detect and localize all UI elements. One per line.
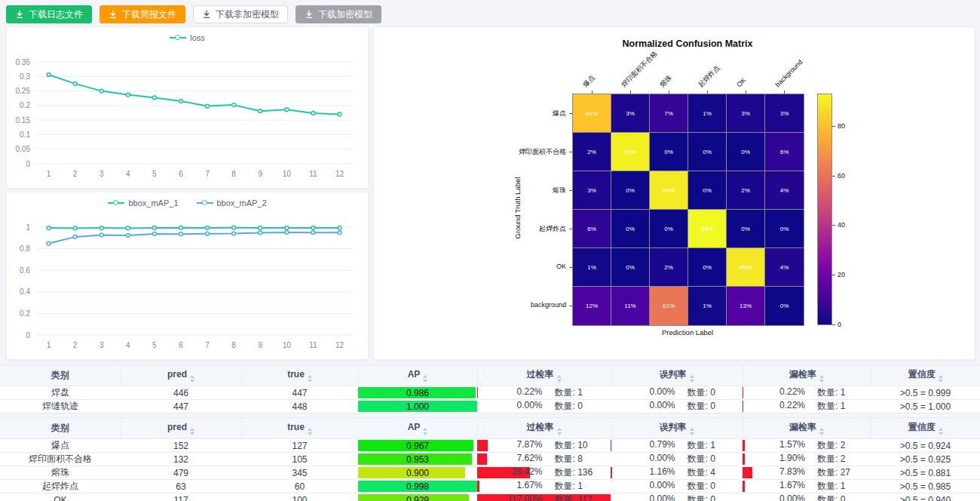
missed-percent: 1.67% [743,480,807,493]
column-header-误判率[interactable]: 误判率 [611,418,743,439]
column-header-label: 漏检率 [789,369,816,380]
confusion-matrix-title: Normalized Confusion Matrix [557,38,818,49]
missed-percent: 0.22% [743,400,807,413]
category-cell: 焊印面积不合格 [0,453,121,466]
ap-cell: 0.929 [358,493,477,501]
column-header-pred[interactable]: pred [121,365,241,386]
download-encrypted-model-button[interactable]: 下载加密模型 [296,5,381,23]
misjudge-count: 数量: 0 [677,453,743,466]
matrix-cell: 3% [573,171,611,210]
download-log-button[interactable]: 下载日志文件 [6,5,92,23]
svg-text:1: 1 [47,341,51,349]
svg-text:4: 4 [126,341,130,349]
sort-icon[interactable] [423,375,427,383]
misjudge-percent: 0.00% [611,480,677,493]
chart-legend: loss [7,33,368,42]
sort-icon[interactable] [939,428,943,435]
confidence-cell: >0.5 = 0.881 [871,466,980,480]
svg-text:0: 0 [26,160,30,168]
matrix-cell: 0% [650,210,688,248]
column-header-过检率[interactable]: 过检率 [477,365,611,386]
matrix-cell: 0% [727,133,765,171]
svg-text:1: 1 [26,223,30,232]
column-header-AP[interactable]: AP [358,418,477,439]
legend-item-bbox_mAP_1[interactable]: bbox_mAP_1 [108,198,178,207]
ap-cell: 1.000 [358,400,477,413]
colorbar-tick [832,275,835,275]
sort-icon[interactable] [423,428,427,435]
column-header-AP[interactable]: AP [358,365,477,386]
matrix-cell: 1% [573,248,611,287]
metrics-tables: 类别predtrueAP过检率误判率漏检率置信度焊盘4464470.9860.2… [0,364,980,501]
matrix-cell: 1% [688,94,727,133]
misjudge-percent: 1.16% [611,466,677,479]
matrix-column-label: 熔珠 [657,73,673,89]
matrix-cell: 13% [727,287,765,325]
axis-tick [784,91,785,94]
pred-cell: 132 [121,453,241,466]
axis-tick [569,152,572,152]
download-icon [305,10,314,19]
overdetect: 7.62%数量: 8 [477,453,611,466]
toolbar: 下载日志文件 下载简报文件 下载非加密模型 下载加密模型 [0,0,387,29]
missed-percent: 0.22% [743,386,807,399]
column-header-误判率[interactable]: 误判率 [611,365,743,386]
ap-cell: 0.953 [358,453,477,466]
sort-icon[interactable] [690,375,694,383]
confidence-cell: >0.5 = 0.985 [871,480,980,493]
true-cell: 345 [241,466,358,480]
axis-tick [569,229,572,229]
column-header-pred[interactable]: pred [121,418,241,439]
axis-tick [569,113,572,114]
sort-icon[interactable] [308,375,312,383]
column-header-漏检率[interactable]: 漏检率 [743,418,871,439]
column-header-label: true [287,369,305,380]
true-cell: 100 [241,493,358,501]
axis-tick [592,91,593,94]
sort-icon[interactable] [819,375,824,383]
sort-icon[interactable] [939,375,943,383]
sort-icon[interactable] [190,375,194,383]
sort-icon[interactable] [819,428,824,435]
ap-cell: 0.967 [358,439,477,453]
axis-tick [569,267,572,268]
colorbar-tick-label: 40 [838,221,845,229]
overdetect-count: 数量: 117 [544,493,611,501]
download-icon [15,10,24,19]
sort-icon[interactable] [557,375,562,383]
ap-cell: 0.900 [358,466,477,480]
column-header-true[interactable]: true [241,365,358,386]
missed-count: 数量: 2 [807,453,871,466]
missed-percent: 7.83% [743,466,807,479]
column-header-置信度[interactable]: 置信度 [871,418,980,439]
table-row: OK1171000.929117.00%数量: 1170.00%数量: 00.0… [0,493,980,501]
true-cell: 448 [241,400,358,413]
download-report-button[interactable]: 下载简报文件 [100,5,185,23]
overdetect-count: 数量: 8 [544,453,611,466]
matrix-column-label: background [773,57,804,89]
download-icon [109,10,118,19]
sort-icon[interactable] [190,428,194,435]
column-header-true[interactable]: true [241,418,358,439]
legend-item-bbox_mAP_2[interactable]: bbox_mAP_2 [197,198,267,207]
download-unencrypted-model-button[interactable]: 下载非加密模型 [193,5,288,23]
button-label: 下载简报文件 [122,8,176,21]
button-label: 下载非加密模型 [216,8,279,21]
sort-icon[interactable] [690,428,694,435]
svg-text:3: 3 [100,341,104,349]
column-header-漏检率[interactable]: 漏检率 [743,365,871,386]
legend-item-loss[interactable]: loss [170,33,205,42]
sort-icon[interactable] [308,428,312,435]
column-header-置信度[interactable]: 置信度 [871,365,980,386]
overdetect-count: 数量: 136 [544,466,611,479]
missed: 1.90%数量: 2 [743,453,871,466]
table-row: 焊缝轨迹4474481.0000.00%数量: 00.00%数量: 00.22%… [0,400,980,413]
svg-text:8: 8 [231,341,236,349]
colorbar [817,94,832,325]
overdetect-percent: 7.62% [477,453,544,466]
svg-text:0.15: 0.15 [16,116,31,124]
matrix-cell: 0% [650,133,688,171]
axis-tick [707,91,708,94]
sort-icon[interactable] [557,428,562,435]
column-header-过检率[interactable]: 过检率 [477,418,611,439]
